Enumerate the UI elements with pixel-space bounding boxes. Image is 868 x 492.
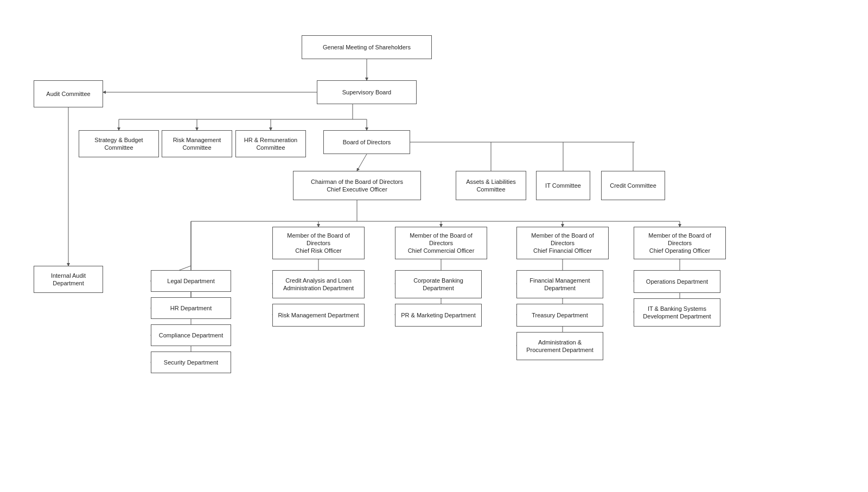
box-ops: Operations Department (634, 270, 720, 293)
box-assets: Assets & Liabilities Committee (456, 171, 526, 200)
box-compliance: Compliance Department (151, 324, 231, 346)
box-credit-analysis: Credit Analysis and Loan Administration … (272, 270, 365, 298)
box-treasury: Treasury Department (516, 304, 603, 327)
box-cro: Member of the Board of Directors Chief R… (272, 227, 365, 259)
box-cco: Member of the Board of Directors Chief C… (395, 227, 487, 259)
box-hr-rem: HR & Remuneration Committee (235, 130, 306, 157)
box-it-comm: IT Committee (536, 171, 590, 200)
box-shareholders: General Meeting of Shareholders (302, 35, 432, 59)
box-risk-mgmt: Risk Management Committee (162, 130, 232, 157)
box-fin-mgmt: Financial Management Department (516, 270, 603, 298)
box-cfo: Member of the Board of Directors Chief F… (516, 227, 609, 259)
box-coo: Member of the Board of Directors Chief O… (634, 227, 726, 259)
box-admin-proc: Administration & Procurement Department (516, 332, 603, 360)
svg-line-11 (357, 154, 367, 171)
box-risk-dept: Risk Management Department (272, 304, 365, 327)
org-chart: General Meeting of Shareholders Supervis… (0, 0, 868, 492)
box-credit-comm: Credit Committee (601, 171, 665, 200)
box-audit: Audit Committee (34, 80, 103, 107)
box-ceo: Chairman of the Board of Directors Chief… (293, 171, 421, 200)
box-hr-dept: HR Department (151, 297, 231, 319)
box-board: Board of Directors (323, 130, 410, 154)
box-strategy: Strategy & Budget Committee (79, 130, 159, 157)
box-internal-audit: Internal Audit Department (34, 266, 103, 293)
box-pr-marketing: PR & Marketing Department (395, 304, 482, 327)
box-legal: Legal Department (151, 270, 231, 292)
box-supervisory: Supervisory Board (317, 80, 417, 104)
box-it-banking: IT & Banking Systems Development Departm… (634, 298, 720, 327)
box-corp-banking: Corporate Banking Department (395, 270, 482, 298)
box-security: Security Department (151, 352, 231, 373)
